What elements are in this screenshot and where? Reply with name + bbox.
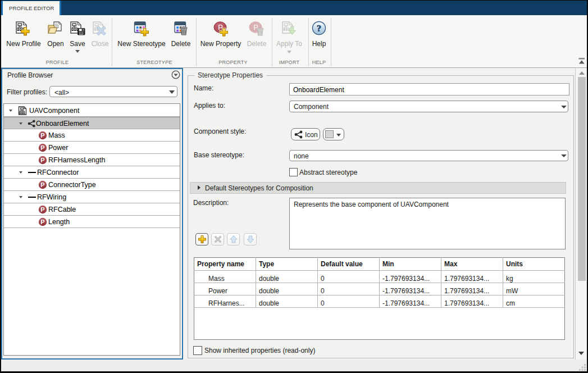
- svg-text:P: P: [40, 181, 44, 188]
- svg-text:P: P: [40, 157, 44, 163]
- svg-text:P: P: [40, 132, 44, 139]
- svg-text:?: ?: [317, 24, 321, 33]
- svg-text:P: P: [40, 206, 44, 213]
- svg-text:P: P: [40, 219, 44, 225]
- svg-text:P: P: [40, 144, 44, 151]
